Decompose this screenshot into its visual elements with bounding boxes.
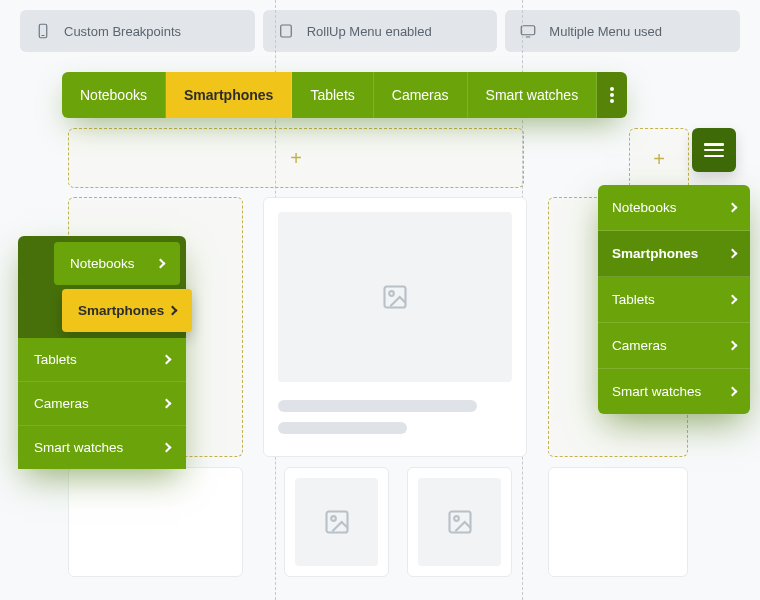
text-placeholder-line (278, 422, 407, 434)
feature-chip-label: RollUp Menu enabled (307, 24, 432, 39)
product-card-small (407, 467, 512, 577)
menu-item-label: Cameras (34, 396, 89, 411)
feature-chip-rollup: RollUp Menu enabled (263, 10, 498, 52)
image-icon (323, 508, 351, 536)
menu-item-cameras[interactable]: Cameras (598, 323, 750, 369)
svg-point-10 (454, 516, 459, 521)
feature-chip-label: Multiple Menu used (549, 24, 662, 39)
chevron-right-icon (168, 306, 178, 316)
device-tablet-icon (277, 22, 295, 40)
menu-item-smartwatches[interactable]: Smart watches (18, 426, 186, 469)
menu-item-notebooks[interactable]: Notebooks (598, 185, 750, 231)
svg-point-8 (331, 516, 336, 521)
menu-item-cameras[interactable]: Cameras (18, 382, 186, 426)
top-feature-bar: Custom Breakpoints RollUp Menu enabled M… (0, 0, 760, 52)
chevron-right-icon (162, 399, 172, 409)
chevron-right-icon (162, 443, 172, 453)
chevron-right-icon (728, 203, 738, 213)
svg-rect-5 (385, 287, 406, 308)
menu-item-label: Cameras (612, 338, 667, 353)
chevron-right-icon (156, 259, 166, 269)
chevron-right-icon (728, 295, 738, 305)
dropzone-top-right[interactable]: + (629, 128, 689, 190)
menu-item-label: Smart watches (34, 440, 123, 455)
device-phone-icon (34, 22, 52, 40)
text-placeholder-line (278, 400, 477, 412)
svg-rect-9 (449, 512, 470, 533)
dropdown-menu-right: Notebooks Smartphones Tablets Cameras Sm… (598, 185, 750, 414)
product-card-large (263, 197, 527, 457)
feature-chip-multiple: Multiple Menu used (505, 10, 740, 52)
feature-chip-breakpoints: Custom Breakpoints (20, 10, 255, 52)
rollup-menu-left: Notebooks Smartphones Tablets Cameras Sm… (18, 236, 186, 469)
menu-item-notebooks[interactable]: Notebooks (54, 242, 180, 285)
menu-item-label: Smartphones (78, 303, 164, 318)
image-icon (381, 283, 409, 311)
menu-item-smartwatches[interactable]: Smart watches (598, 369, 750, 414)
chevron-right-icon (728, 249, 738, 259)
svg-point-6 (389, 291, 394, 296)
product-card-small (68, 467, 243, 577)
tab-smartwatches[interactable]: Smart watches (468, 72, 598, 118)
tab-notebooks[interactable]: Notebooks (62, 72, 166, 118)
hamburger-button[interactable] (692, 128, 736, 172)
chevron-right-icon (728, 387, 738, 397)
horizontal-tab-menu: Notebooks Smartphones Tablets Cameras Sm… (62, 72, 627, 118)
menu-item-label: Smart watches (612, 384, 701, 399)
menu-item-label: Notebooks (612, 200, 677, 215)
svg-rect-7 (326, 512, 347, 533)
menu-item-label: Notebooks (70, 256, 135, 271)
image-icon (446, 508, 474, 536)
product-card-small (284, 467, 389, 577)
chevron-right-icon (162, 355, 172, 365)
dropzone-top-wide[interactable]: + (68, 128, 524, 188)
svg-rect-2 (280, 25, 291, 37)
menu-item-smartphones[interactable]: Smartphones (62, 289, 192, 332)
hamburger-icon (704, 143, 724, 157)
product-card-small (548, 467, 688, 577)
tab-smartphones[interactable]: Smartphones (166, 72, 292, 118)
menu-item-label: Tablets (34, 352, 77, 367)
menu-item-label: Tablets (612, 292, 655, 307)
more-vertical-icon (610, 87, 614, 103)
menu-item-label: Smartphones (612, 246, 698, 261)
tab-cameras[interactable]: Cameras (374, 72, 468, 118)
image-placeholder (278, 212, 512, 382)
plus-icon: + (653, 148, 665, 171)
chevron-right-icon (728, 341, 738, 351)
menu-item-tablets[interactable]: Tablets (18, 338, 186, 382)
svg-rect-3 (522, 26, 536, 35)
menu-item-smartphones[interactable]: Smartphones (598, 231, 750, 277)
feature-chip-label: Custom Breakpoints (64, 24, 181, 39)
tab-more-button[interactable] (597, 72, 627, 118)
menu-item-tablets[interactable]: Tablets (598, 277, 750, 323)
tab-tablets[interactable]: Tablets (292, 72, 373, 118)
plus-icon: + (290, 147, 302, 170)
